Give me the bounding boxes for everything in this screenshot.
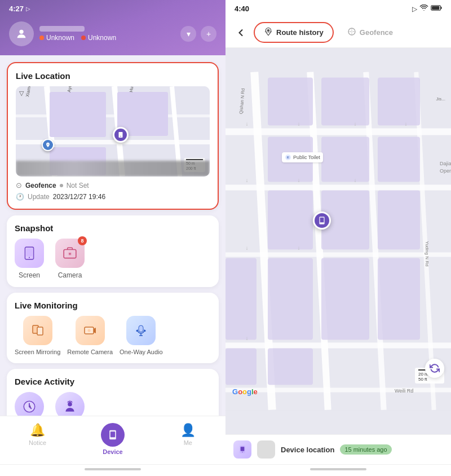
nav-device[interactable]: Device (75, 421, 150, 457)
svg-rect-35 (268, 78, 313, 126)
geofence-icon: ⊙ (16, 181, 22, 189)
header-content: Unknown Unknown ▾ + (9, 21, 216, 46)
svg-rect-21 (441, 7, 442, 9)
bottom-bar-right (226, 464, 451, 476)
activity-grid (15, 392, 211, 416)
notice-label: Notice (29, 439, 46, 446)
svg-rect-40 (378, 137, 420, 182)
svg-point-12 (87, 329, 90, 332)
one-way-audio-item[interactable]: One-Way Audio (120, 316, 163, 355)
compass-icon: ▽ (19, 90, 24, 97)
svg-text:↓: ↓ (246, 121, 249, 127)
svg-rect-67 (320, 218, 324, 223)
svg-rect-22 (432, 6, 439, 10)
dropdown-button[interactable]: ▾ (180, 26, 196, 42)
svg-text:Weili Rd: Weili Rd (395, 388, 413, 394)
svg-text:↓: ↓ (246, 245, 249, 251)
snapshot-screen-item[interactable]: Screen (15, 239, 44, 279)
svg-rect-46 (321, 258, 369, 340)
map-container: Xiamei Rd Ayuding N Rd Hu Jin ▽ (16, 86, 210, 177)
svg-point-16 (68, 402, 72, 407)
activity-item-1[interactable] (15, 392, 44, 416)
svg-point-72 (242, 452, 242, 452)
svg-text:Operation C...: Operation C... (440, 168, 451, 174)
svg-text:Jis...: Jis... (436, 96, 445, 102)
remote-camera-icon (76, 316, 105, 345)
update-time: 2023/12/27 19:46 (53, 193, 105, 201)
live-location-card: Live Location Xiamei Rd Ayuding (7, 62, 219, 210)
not-set-text: Not Set (67, 182, 89, 189)
location-text: Device location (281, 446, 334, 454)
svg-point-69 (285, 155, 291, 160)
update-row: 🕐 Update 2023/12/27 19:46 (16, 193, 210, 201)
device-thumb-gray (257, 440, 275, 459)
svg-rect-43 (378, 191, 420, 250)
right-status-bar: 4:40 ▷ (226, 0, 451, 17)
right-time: 4:40 (235, 5, 249, 13)
status-icon-play: ▷ (26, 6, 30, 12)
remote-camera-label: Remote Camera (67, 349, 113, 355)
live-location-title: Live Location (16, 71, 210, 81)
geofence-label[interactable]: Geofence (25, 182, 56, 189)
route-history-icon (264, 27, 273, 38)
location-bar: Device location 15 minutes ago (226, 434, 451, 464)
screen-mirroring-icon (23, 316, 52, 345)
geofence-row: ⊙ Geofence Not Set (16, 181, 210, 189)
bottom-nav: 🔔 Notice Device 👤 Me (0, 416, 226, 464)
screen-mirroring-item[interactable]: Screen Mirroring (15, 316, 60, 355)
map-road-h2 (16, 114, 210, 117)
left-panel: 4:27 ▷ Unknown Unknown (0, 0, 226, 476)
svg-text:↓: ↓ (354, 121, 357, 127)
svg-text:Yuding N Rd: Yuding N Rd (425, 241, 430, 267)
nav-notice[interactable]: 🔔 Notice (0, 421, 75, 457)
activity-icon-1 (15, 392, 44, 416)
svg-text:↓: ↓ (405, 121, 408, 127)
refresh-button[interactable] (425, 359, 444, 378)
svg-rect-32 (226, 253, 451, 257)
add-button[interactable]: + (201, 26, 216, 42)
one-way-audio-label: One-Way Audio (120, 349, 163, 355)
live-monitoring-title: Live Monitoring (15, 301, 211, 310)
dot-red (81, 36, 86, 40)
remote-camera-item[interactable]: Remote Camera (67, 316, 113, 355)
svg-rect-33 (226, 343, 451, 349)
device-activity-title: Device Activity (15, 377, 211, 386)
status-bar-left: 4:27 ▷ (9, 5, 30, 13)
activity-icon-2 (55, 392, 85, 416)
map-pin-device (113, 127, 129, 143)
svg-rect-31 (226, 185, 451, 191)
svg-text:↓: ↓ (298, 245, 300, 251)
camera-badge: 8 (78, 236, 87, 245)
home-indicator-right (310, 468, 366, 470)
user-info: Unknown Unknown (39, 26, 175, 42)
svg-rect-48 (226, 349, 257, 385)
map-bg: Xiamei Rd Ayuding N Rd Hu Jin ▽ (16, 86, 210, 177)
svg-text:Dajia Internati...: Dajia Internati... (440, 161, 451, 166)
status-time: 4:27 (9, 5, 24, 13)
me-label: Me (184, 439, 192, 446)
left-header: 4:27 ▷ Unknown Unknown (0, 0, 226, 55)
avatar (9, 21, 34, 46)
route-history-label: Route history (276, 28, 324, 37)
device-icon-active (101, 423, 125, 447)
back-button[interactable] (232, 24, 249, 41)
svg-point-19 (112, 438, 113, 439)
nav-me[interactable]: 👤 Me (151, 421, 226, 457)
svg-point-68 (321, 223, 322, 224)
device-label: Device (103, 448, 122, 455)
camera-icon-box: 8 (55, 239, 85, 268)
svg-text:↓: ↓ (298, 177, 300, 183)
svg-rect-47 (378, 258, 420, 340)
notice-icon: 🔔 (30, 423, 45, 438)
home-indicator-left (85, 468, 141, 470)
wifi-icon (419, 5, 428, 13)
snapshot-camera-item[interactable]: 8 Camera (55, 239, 85, 279)
activity-item-2[interactable] (55, 392, 85, 416)
right-status-icons: ▷ (412, 5, 442, 13)
tab-geofence[interactable]: Geofence (338, 23, 402, 42)
google-logo: Google (232, 387, 258, 396)
tab-route-history[interactable]: Route history (254, 22, 334, 43)
play-icon: ▷ (412, 5, 417, 13)
svg-rect-41 (268, 191, 313, 250)
header-actions: ▾ + (180, 26, 216, 42)
